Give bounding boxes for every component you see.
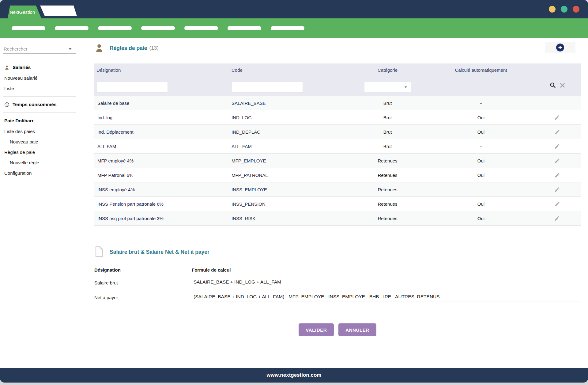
clock-icon xyxy=(4,102,9,107)
page-title-count: (13) xyxy=(149,45,159,51)
table-row: INSS risq prof part patronale 3% INSS_RI… xyxy=(94,211,581,226)
rule-code: MFP_PATRONAL xyxy=(229,173,336,178)
rule-designation-link[interactable]: Salaire de base xyxy=(94,101,229,106)
pencil-icon xyxy=(554,201,560,207)
rule-auto-calculated: Oui xyxy=(439,129,523,135)
formula-label: Net à payer xyxy=(94,295,192,300)
sidebar-item-label: Liste xyxy=(4,86,14,91)
sidebar-nav: Salariés Nouveau salarié Liste Temps con… xyxy=(0,62,81,181)
pencil-icon xyxy=(554,187,560,192)
menu-item-pill[interactable] xyxy=(184,26,218,30)
edit-rule-button[interactable] xyxy=(554,187,560,192)
search-icon xyxy=(549,82,556,89)
sidebar-item-configuration[interactable]: Configuration xyxy=(0,168,81,178)
brand-tab[interactable]: NextGestion xyxy=(8,6,41,18)
form-actions: VALIDER ANNULER xyxy=(94,323,581,336)
rule-code: IND_DEPLAC xyxy=(229,129,336,135)
sidebar-item-nouveau-salari-[interactable]: Nouveau salarié xyxy=(0,73,81,83)
brand-label: NextGestion xyxy=(10,10,35,15)
window-dot-green[interactable] xyxy=(561,6,567,13)
rule-designation-link[interactable]: MFP Patronal 6% xyxy=(94,173,229,178)
filter-code-input[interactable] xyxy=(232,82,303,93)
formula-section-header: Salaire brut & Salaire Net & Net à payer xyxy=(94,245,581,259)
rule-code: IND_LOG xyxy=(229,115,336,120)
sidebar-item-salari-s[interactable]: Salariés xyxy=(0,62,81,73)
rule-designation-link[interactable]: INSS Pension part patronale 6% xyxy=(94,201,229,207)
footer-url: www.nextgestion.com xyxy=(267,372,322,378)
edit-rule-button[interactable] xyxy=(554,158,560,164)
sidebar-item-label: Paie Dolibarr xyxy=(4,118,34,124)
rule-category: Retenues xyxy=(336,216,439,221)
rule-category: Retenues xyxy=(336,187,439,192)
sidebar-item-label: Temps consommés xyxy=(13,102,57,107)
edit-rule-button[interactable] xyxy=(554,215,560,221)
pencil-icon xyxy=(554,129,560,135)
sidebar-item-r-gles-de-paie[interactable]: Règles de paie xyxy=(0,147,81,157)
edit-rule-button[interactable] xyxy=(554,129,560,135)
sidebar-item-label: Nouveau paie xyxy=(10,139,38,144)
filter-category-select[interactable] xyxy=(364,82,411,92)
rule-auto-calculated: - xyxy=(439,101,523,106)
edit-rule-button[interactable] xyxy=(554,143,560,149)
rule-designation-link[interactable]: INSS risq prof part patronale 3% xyxy=(94,216,229,221)
formula-row: Net à payer xyxy=(94,293,581,302)
pencil-icon xyxy=(554,143,560,149)
sidebar-item-nouveau-paie[interactable]: Nouveau paie xyxy=(0,136,81,147)
rule-code: MFP_EMPLOYE xyxy=(229,158,336,163)
table-row: Salaire de base SALAIRE_BASE Brut - xyxy=(94,96,581,110)
edit-rule-button[interactable] xyxy=(554,201,560,207)
sidebar-item-paie-dolibarr[interactable]: Paie Dolibarr xyxy=(0,116,81,126)
search-select[interactable]: Rechercher xyxy=(3,44,76,54)
window-dots xyxy=(549,6,579,13)
plus-icon xyxy=(556,44,564,51)
formula-input[interactable] xyxy=(192,293,581,302)
table-row: Ind. log IND_LOG Brut Oui xyxy=(94,110,581,125)
add-rule-button[interactable] xyxy=(545,42,575,53)
cancel-button[interactable]: ANNULER xyxy=(338,323,376,336)
clear-filter-button[interactable] xyxy=(560,83,565,88)
sidebar-item-liste-des-paies[interactable]: Liste des paies xyxy=(0,126,81,136)
user-icon xyxy=(4,65,9,70)
search-filter-button[interactable] xyxy=(549,82,556,89)
sidebar-item-liste[interactable]: Liste xyxy=(0,83,81,93)
sidebar-item-nouvelle-r-gle[interactable]: Nouvelle règle xyxy=(0,157,81,168)
menu-item-pill[interactable] xyxy=(141,26,175,30)
menu-item-pill[interactable] xyxy=(271,26,304,30)
formula-section-title: Salaire brut & Salaire Net & Net à payer xyxy=(110,249,209,255)
sidebar-item-label: Salariés xyxy=(13,65,31,70)
column-header-designation: Désignation xyxy=(94,67,229,73)
column-header-categorie: Catégorie xyxy=(336,67,439,73)
table-row: MFP employé 4% MFP_EMPLOYE Retenues Oui xyxy=(94,154,581,168)
payroll-rules-table: Désignation Code Catégorie Calculé autom… xyxy=(94,63,581,226)
page-title: Règles de paie xyxy=(110,45,147,51)
rule-category: Brut xyxy=(336,115,439,120)
menu-item-pill[interactable] xyxy=(98,26,132,30)
filter-designation-input[interactable] xyxy=(96,82,168,93)
menu-item-pill[interactable] xyxy=(12,26,45,30)
table-body: Salaire de base SALAIRE_BASE Brut - Ind.… xyxy=(94,96,581,226)
menu-item-pill[interactable] xyxy=(55,26,89,30)
window-dot-red[interactable] xyxy=(573,6,579,13)
sidebar-item-temps-consomm-s[interactable]: Temps consommés xyxy=(0,99,81,110)
table-row: INSS Pension part patronale 6% INSS_PENS… xyxy=(94,197,581,211)
formula-input[interactable] xyxy=(192,278,581,287)
window-dot-yellow[interactable] xyxy=(549,6,556,13)
rule-designation-link[interactable]: Ind. Déplacement xyxy=(94,129,229,135)
user-icon xyxy=(4,65,9,70)
rule-auto-calculated: Oui xyxy=(439,115,523,120)
rule-code: SALAIRE_BASE xyxy=(229,101,336,106)
rule-designation-link[interactable]: ALL FAM xyxy=(94,144,229,149)
rule-designation-link[interactable]: INSS employé 4% xyxy=(94,187,229,192)
menu-item-pill[interactable] xyxy=(228,26,261,30)
rule-category: Retenues xyxy=(336,158,439,163)
edit-rule-button[interactable] xyxy=(554,115,560,120)
secondary-tab[interactable] xyxy=(40,6,77,16)
validate-button[interactable]: VALIDER xyxy=(299,323,334,336)
table-header-band: Désignation Code Catégorie Calculé autom… xyxy=(94,63,581,96)
rule-designation-link[interactable]: Ind. log xyxy=(94,115,229,120)
edit-rule-button[interactable] xyxy=(554,172,560,178)
column-header-code: Code xyxy=(229,67,336,73)
rule-designation-link[interactable]: MFP employé 4% xyxy=(94,158,229,163)
table-row: ALL FAM ALL_FAM Brut - xyxy=(94,139,581,154)
table-row: MFP Patronal 6% MFP_PATRONAL Retenues Ou… xyxy=(94,168,581,182)
